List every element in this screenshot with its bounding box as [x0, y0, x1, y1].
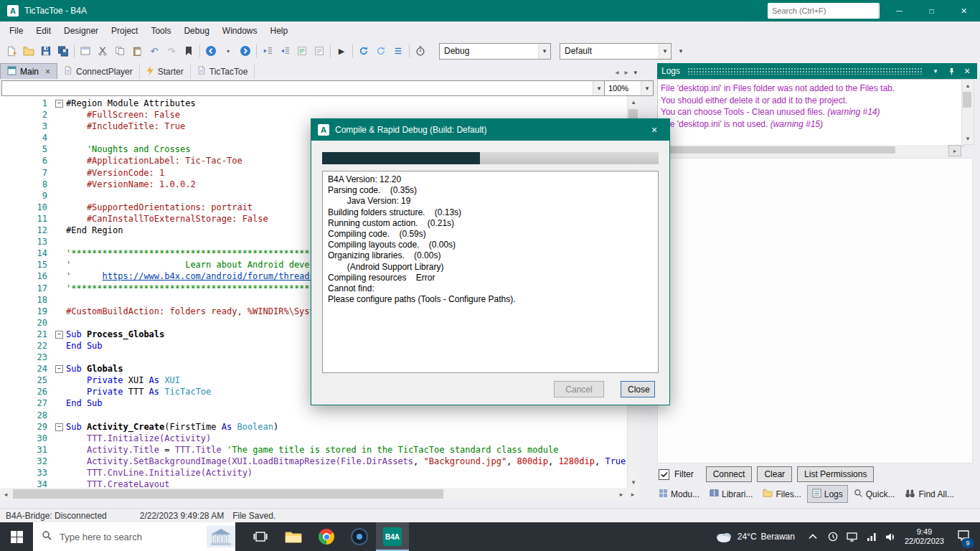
bookmark-icon[interactable]: [180, 42, 197, 60]
editor-splitter-button[interactable]: ▸: [627, 488, 639, 500]
tabs-list-icon[interactable]: ▾: [633, 68, 637, 76]
taskbar-task-view-icon[interactable]: [244, 522, 277, 551]
dock-tab-quick[interactable]: Quick...: [849, 486, 900, 502]
tab-connectplayer[interactable]: ConnectPlayer: [57, 64, 140, 79]
menu-debug[interactable]: Debug: [177, 22, 215, 40]
build-config-combo[interactable]: Debug ▾: [439, 43, 551, 60]
tray-clock-icon[interactable]: [826, 532, 839, 542]
fold-collapse-icon[interactable]: −: [55, 365, 63, 373]
cancel-button[interactable]: Cancel: [554, 381, 604, 397]
filter-checkbox[interactable]: [659, 469, 669, 480]
copy-icon[interactable]: [111, 42, 128, 60]
close-all-icon[interactable]: [77, 42, 94, 60]
comment-icon[interactable]: [293, 42, 311, 60]
dock-tab-find-all[interactable]: Find All...: [900, 486, 958, 502]
maximize-button[interactable]: □: [915, 0, 948, 22]
scrollbar-thumb[interactable]: [13, 489, 443, 499]
build-profile-combo[interactable]: Default ▾: [560, 43, 672, 60]
tab-tictactoe[interactable]: TicTacToe: [191, 64, 255, 79]
uncomment-icon[interactable]: [311, 42, 328, 60]
menu-windows[interactable]: Windows: [216, 22, 264, 40]
scroll-up-icon[interactable]: ▴: [962, 80, 974, 91]
dialog-close-button[interactable]: ×: [639, 119, 669, 141]
taskbar-search[interactable]: [33, 522, 235, 551]
module-selector-combo[interactable]: ▾: [1, 80, 606, 96]
save-all-icon[interactable]: [55, 42, 72, 60]
fold-collapse-icon[interactable]: −: [55, 331, 63, 339]
scroll-up-icon[interactable]: ▴: [628, 96, 639, 108]
taskbar-search-input[interactable]: [58, 531, 201, 543]
list-permissions-button[interactable]: List Permissions: [797, 466, 874, 482]
indent-icon[interactable]: [276, 42, 293, 60]
save-icon[interactable]: [37, 42, 55, 60]
tray-volume-icon[interactable]: [885, 532, 897, 542]
minimize-button[interactable]: ─: [883, 0, 915, 22]
tray-monitor-icon[interactable]: [846, 532, 859, 542]
scroll-down-icon[interactable]: ▾: [962, 133, 974, 144]
toolbar-overflow-icon[interactable]: ▾: [676, 47, 686, 55]
fold-column[interactable]: −: [50, 98, 66, 109]
dialog-title-bar[interactable]: A Compile & Rapid Debug (Build: Default)…: [311, 119, 669, 141]
dock-tab-modu[interactable]: Modu...: [654, 486, 704, 502]
taskbar-file-explorer-icon[interactable]: [277, 522, 310, 551]
taskbar-chrome-icon[interactable]: [310, 522, 343, 551]
taskbar-clock[interactable]: 9:49 22/02/2023: [905, 527, 944, 546]
open-project-icon[interactable]: [20, 42, 37, 60]
tabs-scroll-left-icon[interactable]: ◂: [615, 68, 618, 76]
tab-close-icon[interactable]: ×: [45, 67, 50, 77]
scroll-down-icon[interactable]: ▾: [628, 476, 639, 488]
tray-expand-icon[interactable]: [806, 534, 819, 540]
weather-widget[interactable]: 24°C Berawan: [710, 529, 799, 545]
navigate-forward-icon[interactable]: [237, 42, 254, 60]
clean-project-icon[interactable]: [412, 42, 429, 60]
panel-menu-icon[interactable]: ▾: [930, 67, 941, 75]
outdent-icon[interactable]: [259, 42, 276, 60]
connect-button[interactable]: Connect: [706, 466, 753, 482]
fold-column[interactable]: −: [50, 363, 66, 375]
run-icon[interactable]: ▶: [333, 42, 350, 60]
tabs-scroll-right-icon[interactable]: ▸: [624, 68, 628, 76]
fold-column[interactable]: −: [50, 329, 66, 340]
menu-file[interactable]: File: [3, 22, 29, 40]
cut-icon[interactable]: [94, 42, 111, 60]
logs-messages[interactable]: File 'desktop.ini' in Files folder was n…: [657, 79, 964, 146]
logs-horizontal-scrollbar[interactable]: [657, 145, 947, 155]
menu-project[interactable]: Project: [105, 22, 144, 40]
rapid-debug-icon[interactable]: [355, 42, 372, 60]
zoom-combo[interactable]: 100% ▾: [604, 80, 654, 96]
search-highlight-icon[interactable]: [207, 526, 235, 547]
scroll-left-icon[interactable]: ◂: [0, 489, 11, 500]
panel-close-icon[interactable]: ×: [961, 65, 973, 77]
redo-icon[interactable]: ↷: [163, 42, 180, 60]
window-close-button[interactable]: ×: [948, 0, 980, 22]
dock-tab-files[interactable]: Files...: [758, 486, 805, 502]
dock-tab-logs[interactable]: Logs: [807, 485, 848, 503]
taskbar-b4a-app-icon[interactable]: B4A: [376, 522, 409, 551]
tab-starter[interactable]: Starter: [140, 64, 191, 79]
dialog-close-action-button[interactable]: Close: [621, 381, 655, 397]
tab-main[interactable]: Main×: [0, 63, 57, 79]
logs-scroll-right-button[interactable]: ▸: [948, 145, 961, 156]
tray-network-icon[interactable]: [865, 532, 878, 541]
scrollbar-thumb[interactable]: [963, 92, 971, 108]
menu-edit[interactable]: Edit: [29, 22, 57, 40]
titlebar-search[interactable]: [768, 3, 880, 19]
menu-help[interactable]: Help: [264, 22, 295, 40]
scrollbar-thumb[interactable]: [659, 146, 895, 154]
navigate-back-icon[interactable]: [202, 42, 220, 60]
fold-collapse-icon[interactable]: −: [55, 423, 63, 431]
scroll-right-icon[interactable]: ▸: [616, 489, 627, 500]
search-input[interactable]: [768, 6, 878, 15]
legacy-debug-icon[interactable]: [372, 42, 390, 60]
logs-vertical-scrollbar[interactable]: ▴ ▾: [961, 79, 974, 145]
fold-collapse-icon[interactable]: −: [55, 100, 63, 108]
menu-designer[interactable]: Designer: [57, 22, 105, 40]
clear-button[interactable]: Clear: [757, 466, 792, 482]
new-module-icon[interactable]: [3, 42, 20, 60]
editor-horizontal-scrollbar[interactable]: ◂ ▸: [0, 488, 627, 500]
notification-center-button[interactable]: 9: [951, 522, 976, 551]
undo-icon[interactable]: ↶: [146, 42, 163, 60]
nav-back-dropdown-icon[interactable]: ▾: [220, 42, 237, 60]
menu-tools[interactable]: Tools: [144, 22, 177, 40]
fold-column[interactable]: −: [50, 421, 66, 433]
